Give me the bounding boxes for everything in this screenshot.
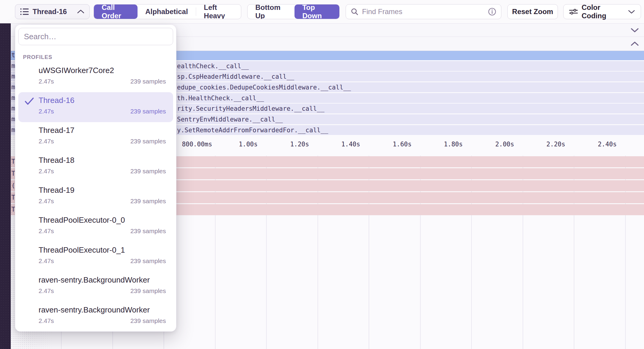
sort-option-alphabetical[interactable]: Alphabetical <box>138 4 196 19</box>
direction-option-top-down[interactable]: Top Down <box>294 4 339 19</box>
thread-list-icon <box>20 8 29 16</box>
profile-duration: 2.47s <box>39 138 54 145</box>
time-tick: 1.80s <box>444 141 463 148</box>
profile-item-threadpoolexecutor-0-1[interactable]: ThreadPoolExecutor-0_1 2.47s 239 samples <box>18 242 173 272</box>
thread-selector-button[interactable]: Thread-16 <box>15 4 90 19</box>
profile-duration: 2.47s <box>39 257 54 264</box>
dropdown-search-input[interactable] <box>18 28 173 45</box>
time-tick: 1.20s <box>290 141 309 148</box>
profile-duration: 2.47s <box>39 78 54 85</box>
profile-samples: 239 samples <box>130 257 166 265</box>
profile-duration: 2.47s <box>39 168 54 174</box>
find-frames-placeholder: Find Frames <box>362 7 402 16</box>
profile-name: Thread-19 <box>39 186 74 195</box>
profile-item-raven-sentry-backgroundworker-1[interactable]: raven-sentry.BackgroundWorker 2.47s 239 … <box>18 272 173 302</box>
profile-item-thread-17[interactable]: Thread-17 2.47s 239 samples <box>18 122 173 152</box>
color-coding-button[interactable]: Color Coding <box>563 4 641 19</box>
find-frames-search[interactable]: Find Frames <box>346 4 501 19</box>
profile-name: uWSGIWorker7Core2 <box>39 66 114 75</box>
app-sidebar-strip[interactable] <box>0 0 11 349</box>
profile-name: ThreadPoolExecutor-0_1 <box>39 245 125 255</box>
profile-item-thread-18[interactable]: Thread-18 2.47s 239 samples <box>18 152 173 182</box>
profile-duration: 2.47s <box>39 287 54 294</box>
reset-zoom-button[interactable]: Reset Zoom <box>507 4 558 19</box>
thread-selector-label: Thread-16 <box>33 7 67 16</box>
profile-samples: 239 samples <box>130 108 166 115</box>
time-tick: 2.20s <box>546 141 565 148</box>
profile-samples: 239 samples <box>130 168 166 175</box>
info-icon[interactable] <box>488 7 496 16</box>
profile-item-uwsgiworker7core2[interactable]: uWSGIWorker7Core2 2.47s 239 samples <box>18 62 173 92</box>
direction-segmented-control: Bottom Up Top Down <box>247 4 340 19</box>
profile-samples: 239 samples <box>130 138 166 145</box>
profile-duration: 2.47s <box>39 198 54 204</box>
frame-label: rity.SecurityHeadersMiddleware.__call__ <box>177 104 324 113</box>
profile-samples: 239 samples <box>130 317 166 324</box>
profile-item-raven-sentry-backgroundworker-2[interactable]: raven-sentry.BackgroundWorker 2.47s 239 … <box>18 302 173 332</box>
sort-option-left-heavy[interactable]: Left Heavy <box>196 4 241 19</box>
direction-option-bottom-up[interactable]: Bottom Up <box>248 4 294 19</box>
profile-duration: 2.47s <box>39 317 54 324</box>
profile-samples: 239 samples <box>130 287 166 295</box>
frame-label: ealthCheck.__call__ <box>177 61 249 71</box>
time-tick: 2.40s <box>598 141 616 148</box>
profiler-toolbar: Thread-16 Call Order Alphabetical Left H… <box>0 0 644 23</box>
profile-duration: 2.47s <box>39 108 54 115</box>
search-icon <box>351 8 358 16</box>
profile-samples: 239 samples <box>130 78 166 85</box>
sort-option-call-order[interactable]: Call Order <box>94 4 138 19</box>
chevron-up-icon <box>77 9 85 14</box>
time-tick: 2.00s <box>495 141 514 148</box>
profile-item-thread-19[interactable]: Thread-19 2.47s 239 samples <box>18 182 173 212</box>
profile-name: ThreadPoolExecutor-0_0 <box>39 216 125 225</box>
color-coding-label: Color Coding <box>582 3 624 20</box>
profile-item-threadpoolexecutor-0-0[interactable]: ThreadPoolExecutor-0_0 2.47s 239 samples <box>18 212 173 242</box>
profile-samples: 239 samples <box>130 227 166 235</box>
time-tick: 1.40s <box>341 141 360 148</box>
chevron-down-icon[interactable] <box>630 28 639 33</box>
time-tick: 1.60s <box>393 141 411 148</box>
profiler-flamegraph-screen: t m ealthCheck.__call__ m sp.CspHeaderMi… <box>0 0 644 349</box>
sliders-icon <box>569 8 578 15</box>
profile-item-thread-16[interactable]: Thread-16 2.47s 239 samples <box>18 92 173 122</box>
profiles-section-label: PROFILES <box>23 54 173 60</box>
chevron-down-icon <box>628 9 635 14</box>
profile-name: Thread-18 <box>39 156 74 165</box>
profiles-dropdown: PROFILES uWSGIWorker7Core2 2.47s 239 sam… <box>15 25 176 332</box>
frame-label: SentryEnvMiddleware.__call__ <box>177 114 283 124</box>
reset-zoom-label: Reset Zoom <box>512 7 553 16</box>
profile-name: raven-sentry.BackgroundWorker <box>39 275 150 285</box>
checkmark-icon <box>24 97 34 105</box>
sort-order-segmented-control: Call Order Alphabetical Left Heavy <box>94 4 241 19</box>
frame-label: sp.CspHeaderMiddleware.__call__ <box>177 72 294 81</box>
chevron-up-icon[interactable] <box>630 41 639 46</box>
profile-name: Thread-17 <box>39 126 74 135</box>
frame-label: edupe_cookies.DedupeCookiesMiddleware.__… <box>177 82 351 92</box>
time-tick: 800.00ms <box>182 141 212 148</box>
frame-label: y.SetRemoteAddrFromForwardedFor.__call__ <box>177 125 328 135</box>
profile-samples: 239 samples <box>130 198 166 205</box>
profile-duration: 2.47s <box>39 227 54 234</box>
profile-name: Thread-16 <box>39 96 74 105</box>
frame-label: th.HealthCheck.__call__ <box>177 93 264 103</box>
time-tick: 1.00s <box>239 141 257 148</box>
profile-name: raven-sentry.BackgroundWorker <box>39 305 150 315</box>
